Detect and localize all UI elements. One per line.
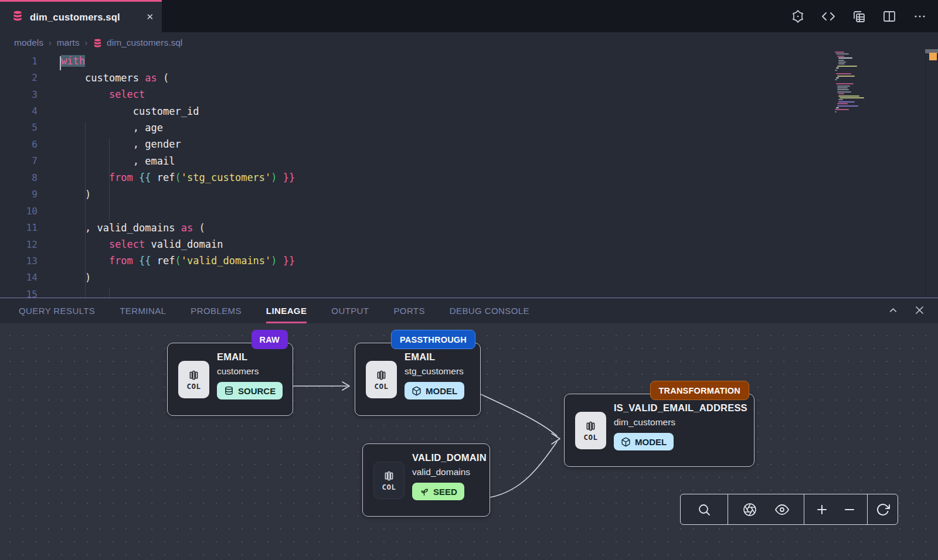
- lineage-node-valid_domains[interactable]: COLVALID_DOMAINvalid_domainsSEED: [362, 443, 490, 517]
- columns-icon: [383, 470, 395, 482]
- bottom-panel-header: QUERY RESULTSTERMINALPROBLEMSLINEAGEOUTP…: [0, 298, 938, 323]
- code-line: 14 ): [0, 269, 938, 286]
- column-chip: COL: [373, 462, 405, 499]
- node-subtitle: dim_customers: [614, 417, 748, 428]
- breadcrumb: models›marts›dim_customers.sql: [0, 32, 938, 53]
- code-line: 10: [0, 203, 938, 219]
- line-number: 6: [0, 139, 38, 150]
- panel-tab-debug-console[interactable]: DEBUG CONSOLE: [450, 298, 529, 323]
- code-line: 9 ): [0, 186, 938, 203]
- line-number: 5: [0, 122, 38, 133]
- code-line: 13 from {{ ref('valid_domains') }}: [0, 252, 938, 269]
- line-number: 14: [0, 272, 38, 283]
- lineage-node-stg_customers[interactable]: PASSTHROUGHCOLEMAILstg_customersMODEL: [355, 343, 481, 416]
- refresh-button[interactable]: [873, 500, 893, 520]
- panel-tab-problems[interactable]: PROBLEMS: [191, 298, 242, 323]
- cube-icon: [412, 386, 422, 396]
- panel-tab-ports[interactable]: PORTS: [393, 298, 424, 323]
- code-line: 5 , age: [0, 119, 938, 136]
- code-line: 8 from {{ ref('stg_customers') }}: [0, 169, 938, 186]
- minimap[interactable]: [835, 52, 899, 116]
- panel-tab-lineage[interactable]: LINEAGE: [266, 298, 307, 323]
- tab-title: dim_customers.sql: [30, 12, 140, 23]
- panel-tab-terminal[interactable]: TERMINAL: [120, 298, 166, 323]
- line-number: 10: [0, 206, 38, 217]
- line-number: 12: [0, 239, 38, 250]
- eye-button[interactable]: [772, 500, 792, 520]
- line-number: 7: [0, 155, 38, 166]
- columns-icon: [188, 369, 200, 381]
- breadcrumb-item[interactable]: models: [14, 37, 43, 48]
- column-chip: COL: [575, 412, 606, 449]
- indent-guide: [109, 288, 110, 298]
- line-number: 11: [0, 222, 38, 233]
- columns-icon: [375, 369, 388, 381]
- scrollbar-track: [925, 52, 926, 298]
- split-editor-icon[interactable]: [882, 9, 897, 24]
- cube-icon: [621, 437, 631, 447]
- code-line: 1with: [0, 53, 938, 69]
- editor-action-icons: [790, 0, 927, 32]
- database-icon: [224, 386, 234, 396]
- close-panel-icon[interactable]: [914, 305, 925, 318]
- database-icon: [93, 38, 103, 48]
- node-subtitle: stg_customers: [405, 366, 474, 377]
- code-line: 12 select valid_domain: [0, 236, 938, 252]
- code-icon[interactable]: [821, 9, 836, 24]
- node-subtitle: customers: [217, 366, 287, 377]
- line-number: 9: [0, 189, 38, 200]
- indent-guide: [85, 122, 86, 298]
- line-number: 4: [0, 105, 38, 117]
- code-line: 3 select: [0, 86, 938, 103]
- code-line: 7 , email: [0, 153, 938, 169]
- panel-tabs: QUERY RESULTSTERMINALPROBLEMSLINEAGEOUTP…: [19, 298, 529, 323]
- corner-badge-transformation: TRANSFORMATION: [650, 381, 749, 400]
- line-number: 3: [0, 89, 38, 100]
- code-line: 11 , valid_domains as (: [0, 219, 938, 235]
- app-window: dim_customers.sql ✕ models›marts›dim_cus…: [0, 0, 938, 560]
- code-line: 2 customers as (: [0, 69, 938, 86]
- type-badge-seed: SEED: [412, 483, 464, 500]
- breadcrumb-file[interactable]: dim_customers.sql: [93, 37, 182, 48]
- lineage-node-dim_customers[interactable]: TRANSFORMATIONCOLIS_VALID_EMAIL_ADDRESSd…: [564, 394, 755, 467]
- node-subtitle: valid_domains: [412, 467, 484, 477]
- panel-tab-output[interactable]: OUTPUT: [331, 298, 369, 323]
- text-cursor: [60, 56, 61, 70]
- breadcrumb-separator: ›: [84, 38, 87, 47]
- lineage-node-customers[interactable]: RAWCOLEMAILcustomersSOURCE: [167, 343, 293, 416]
- column-chip: COL: [366, 361, 397, 398]
- dbt-logo-icon[interactable]: [790, 9, 806, 24]
- tab-close-icon[interactable]: ✕: [146, 12, 154, 22]
- aperture-button[interactable]: [740, 500, 760, 520]
- more-icon[interactable]: [912, 9, 927, 24]
- overview-ruler-marker: [929, 53, 937, 60]
- line-number: 2: [0, 72, 38, 83]
- column-chip: COL: [178, 361, 209, 398]
- tab-bar: dim_customers.sql ✕: [0, 0, 938, 32]
- type-badge-source: SOURCE: [217, 382, 283, 399]
- indent-guide: [109, 138, 110, 221]
- columns-icon: [584, 420, 597, 432]
- code-line: 6 , gender: [0, 136, 938, 152]
- collapse-panel-icon[interactable]: [888, 305, 899, 318]
- breadcrumb-item[interactable]: marts: [57, 37, 80, 48]
- line-number: 13: [0, 255, 38, 267]
- node-title: IS_VALID_EMAIL_ADDRESS: [614, 402, 748, 414]
- lineage-canvas[interactable]: RAWCOLEMAILcustomersSOURCEPASSTHROUGHCOL…: [0, 323, 938, 560]
- zoom-in-button[interactable]: [812, 500, 832, 520]
- tab-dim-customers[interactable]: dim_customers.sql ✕: [0, 0, 162, 32]
- code-editor[interactable]: 1with2 customers as (3 select4 customer_…: [0, 53, 938, 298]
- copy-table-icon[interactable]: [851, 9, 866, 24]
- line-number: 8: [0, 172, 38, 183]
- database-icon: [12, 10, 23, 24]
- corner-badge-raw: RAW: [252, 330, 288, 349]
- search-button[interactable]: [694, 500, 714, 520]
- node-title: EMAIL: [405, 351, 474, 363]
- zoom-out-button[interactable]: [840, 500, 859, 520]
- type-badge-model: MODEL: [405, 382, 464, 399]
- lineage-toolbar: [680, 494, 898, 525]
- line-number: 1: [0, 56, 38, 67]
- node-title: VALID_DOMAIN: [412, 452, 484, 463]
- panel-tab-query-results[interactable]: QUERY RESULTS: [19, 298, 95, 323]
- node-title: EMAIL: [217, 351, 287, 363]
